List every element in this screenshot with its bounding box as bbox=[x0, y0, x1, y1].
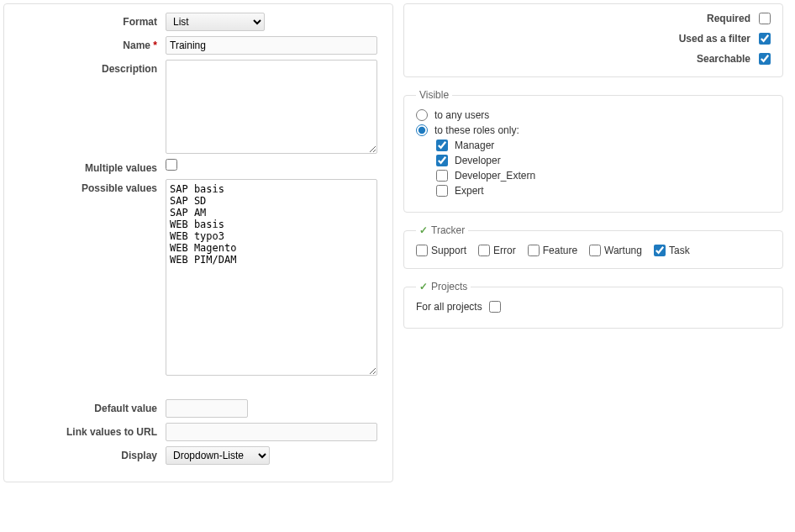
tracker-checkbox[interactable] bbox=[416, 245, 428, 256]
tracker-checkbox[interactable] bbox=[528, 245, 540, 256]
link-url-input[interactable] bbox=[166, 423, 377, 441]
projects-fieldset: ✓Projects For all projects bbox=[403, 281, 783, 329]
role-checkbox[interactable] bbox=[436, 185, 448, 197]
format-label: Format bbox=[16, 13, 166, 28]
filter-checkbox[interactable] bbox=[759, 33, 771, 45]
tracker-checkbox[interactable] bbox=[478, 245, 490, 256]
visible-legend: Visible bbox=[416, 89, 452, 101]
required-checkbox[interactable] bbox=[759, 13, 771, 24]
link-url-label: Link values to URL bbox=[16, 423, 166, 438]
possible-values-textarea[interactable]: SAP basis SAP SD SAP AM WEB basis WEB ty… bbox=[166, 179, 377, 376]
tracker-label: Feature bbox=[543, 245, 577, 256]
projects-all-checkbox[interactable] bbox=[489, 301, 501, 313]
role-label: Expert bbox=[455, 185, 484, 197]
role-checkbox[interactable] bbox=[436, 170, 448, 182]
role-label: Manager bbox=[455, 140, 494, 151]
visible-any-label: to any users bbox=[434, 109, 489, 121]
tracker-checkbox[interactable] bbox=[654, 245, 666, 256]
display-select[interactable]: Dropdown-Liste bbox=[166, 446, 270, 465]
visible-any-radio[interactable] bbox=[416, 109, 428, 121]
visible-roles-label: to these roles only: bbox=[434, 124, 519, 136]
visible-roles-radio[interactable] bbox=[416, 124, 428, 136]
searchable-checkbox[interactable] bbox=[759, 53, 771, 65]
searchable-label: Searchable bbox=[416, 53, 759, 65]
tracker-checkbox[interactable] bbox=[589, 245, 601, 256]
default-value-input[interactable] bbox=[166, 399, 248, 418]
format-select[interactable]: List bbox=[166, 13, 265, 31]
tracker-label: Support bbox=[431, 245, 466, 256]
custom-field-form: Format List Name * Description Multiple … bbox=[3, 3, 393, 482]
tracker-legend: ✓Tracker bbox=[416, 224, 468, 236]
role-label: Developer bbox=[455, 155, 501, 166]
default-value-label: Default value bbox=[16, 399, 166, 414]
display-label: Display bbox=[16, 446, 166, 461]
role-label: Developer_Extern bbox=[455, 170, 535, 182]
name-label: Name * bbox=[16, 36, 166, 51]
projects-all-label: For all projects bbox=[416, 301, 482, 313]
projects-legend: ✓Projects bbox=[416, 281, 471, 292]
description-textarea[interactable] bbox=[166, 60, 377, 154]
filter-label: Used as a filter bbox=[416, 33, 759, 45]
tracker-fieldset: ✓Tracker SupportErrorFeatureWartungTask bbox=[403, 224, 783, 269]
role-checkbox[interactable] bbox=[436, 140, 448, 151]
name-input[interactable] bbox=[166, 36, 377, 55]
visible-fieldset: Visible to any users to these roles only… bbox=[403, 89, 783, 213]
check-icon: ✓ bbox=[419, 281, 428, 292]
required-label: Required bbox=[416, 13, 759, 24]
description-label: Description bbox=[16, 60, 166, 75]
check-icon: ✓ bbox=[419, 224, 428, 236]
multiple-values-checkbox[interactable] bbox=[166, 159, 177, 171]
role-checkbox[interactable] bbox=[436, 155, 448, 166]
multiple-values-label: Multiple values bbox=[16, 159, 166, 174]
tracker-label: Error bbox=[493, 245, 516, 256]
possible-values-label: Possible values bbox=[16, 179, 166, 194]
tracker-label: Wartung bbox=[604, 245, 642, 256]
tracker-label: Task bbox=[669, 245, 690, 256]
flags-panel: Required Used as a filter Searchable bbox=[403, 3, 783, 77]
